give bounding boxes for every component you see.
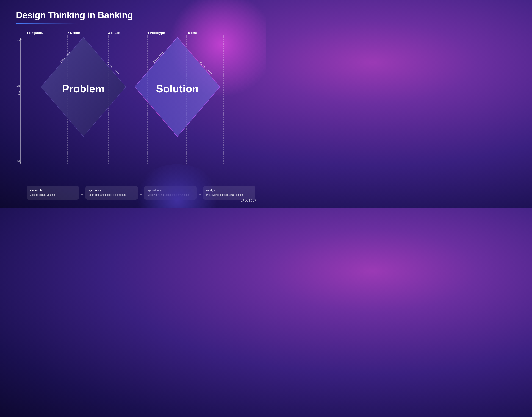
uxda-logo: UXDA [240, 198, 257, 203]
synthesis-card-text: Extracting and prioritizing insights [89, 193, 135, 197]
hypothesis-card-text: Discovering multiple solution varieties [147, 193, 193, 197]
step2-label: 2 Define [67, 31, 80, 35]
y-label-min: min [17, 85, 20, 88]
diamonds-svg: Divergent Convergent Problem Divergent C… [27, 35, 230, 142]
y-axis [21, 39, 21, 162]
y-label-max-top: max [16, 39, 21, 41]
hypothesis-card-title: Hypothesis [147, 189, 193, 192]
research-card-title: Research [30, 189, 76, 192]
cards-row: Research Collecting data volume → Synthe… [27, 186, 255, 200]
step1-area: 1 Empathize [27, 31, 67, 35]
arrow-2: → [139, 186, 143, 200]
step5-area: 5 Test [188, 31, 206, 35]
arrow-1: → [81, 186, 84, 200]
problem-diamond-label: Problem [62, 83, 105, 95]
step3-label: 3 Ideate [108, 31, 120, 35]
step4-area: 4 Prototype [147, 31, 188, 35]
step2-area: 2 Define [67, 31, 108, 35]
research-card-text: Collecting data volume [30, 193, 76, 197]
step5-label: 5 Test [188, 31, 197, 35]
design-card-text: Prototyping of the optimal solution [206, 193, 252, 197]
solution-diamond-label: Solution [156, 83, 198, 95]
hypothesis-card: Hypothesis Discovering multiple solution… [144, 186, 197, 200]
design-card-title: Design [206, 189, 252, 192]
title-underline [16, 23, 76, 24]
synthesis-card: Synthesis Extracting and prioritizing in… [85, 186, 138, 200]
step1-label: 1 Empathize [27, 31, 45, 35]
arrow-3: → [198, 186, 202, 200]
page-title: Design Thinking in Banking [16, 10, 133, 21]
research-card: Research Collecting data volume [27, 186, 79, 200]
steps-row: 1 Empathize 2 Define 3 Ideate 4 Prototyp… [27, 31, 255, 35]
step3-area: 3 Ideate [108, 31, 147, 35]
diagram-area: Amount max min max 1 Empathize 2 Define … [11, 30, 259, 203]
synthesis-card-title: Synthesis [89, 189, 135, 192]
y-label-max-bottom: max [16, 159, 21, 162]
step4-label: 4 Prototype [147, 31, 165, 35]
